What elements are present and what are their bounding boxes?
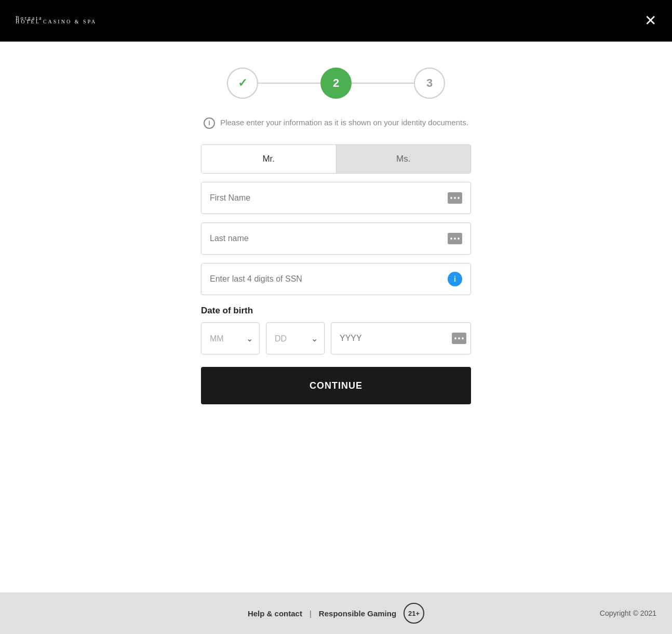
- dots-icon-2: [450, 237, 460, 240]
- dots-icon: [450, 197, 460, 199]
- step-3-circle: 3: [414, 68, 445, 99]
- footer: Help & contact | Responsible Gaming 21+ …: [0, 592, 672, 634]
- last-name-icon: [448, 233, 462, 244]
- dob-day-wrapper[interactable]: DD 01020304 05060708 09101112 13141516 1…: [266, 322, 325, 354]
- ssn-info-icon[interactable]: i: [448, 272, 462, 286]
- registration-form: Mr. Ms. i D: [201, 144, 471, 404]
- gender-mr-button[interactable]: Mr.: [201, 145, 336, 173]
- age-badge: 21+: [404, 603, 424, 624]
- logo-subtitle: HOTEL CASINO & SPA: [16, 19, 97, 24]
- dob-year-input[interactable]: [331, 323, 452, 354]
- copyright-text: Copyright © 2021: [600, 609, 656, 617]
- first-name-input[interactable]: [210, 193, 448, 203]
- info-icon: i: [204, 117, 215, 129]
- last-name-field[interactable]: [201, 222, 471, 255]
- gender-ms-button[interactable]: Ms.: [337, 145, 471, 173]
- step-line-2: [352, 83, 414, 84]
- dob-selects: MM 01020304 05060708 09101112 ⌄ DD 01020…: [201, 322, 471, 354]
- gender-toggle: Mr. Ms.: [201, 144, 471, 174]
- dob-month-wrapper[interactable]: MM 01020304 05060708 09101112 ⌄: [201, 322, 260, 354]
- ssn-field[interactable]: i: [201, 263, 471, 295]
- close-button[interactable]: ✕: [644, 14, 656, 28]
- info-message: i Please enter your information as it is…: [204, 117, 468, 129]
- step-3-label: 3: [426, 76, 433, 90]
- dob-year-wrapper[interactable]: [331, 322, 471, 354]
- header: Borgata HOTEL CASINO & SPA ✕: [0, 0, 672, 42]
- main-content: ✓ 2 3 i Please enter your information as…: [0, 42, 672, 592]
- responsible-gaming-link[interactable]: Responsible Gaming: [319, 609, 396, 618]
- footer-links: Help & contact | Responsible Gaming 21+: [248, 603, 424, 624]
- step-1-checkmark: ✓: [238, 76, 247, 90]
- year-icon: [452, 333, 466, 344]
- dob-label: Date of birth: [201, 306, 471, 316]
- footer-divider: |: [310, 609, 312, 618]
- help-contact-link[interactable]: Help & contact: [248, 609, 302, 618]
- last-name-input[interactable]: [210, 234, 448, 243]
- step-line-1: [258, 83, 320, 84]
- first-name-field[interactable]: [201, 182, 471, 214]
- dob-day-select[interactable]: DD 01020304 05060708 09101112 13141516 1…: [266, 323, 324, 354]
- info-message-text: Please enter your information as it is s…: [220, 117, 468, 129]
- ssn-input[interactable]: [210, 274, 448, 284]
- logo: Borgata HOTEL CASINO & SPA: [16, 17, 97, 24]
- steps-indicator: ✓ 2 3: [227, 68, 445, 99]
- continue-button[interactable]: CONTINUE: [201, 367, 471, 404]
- dots-icon-year: [454, 337, 464, 339]
- step-2-label: 2: [333, 76, 339, 90]
- step-1-circle: ✓: [227, 68, 258, 99]
- step-2-circle: 2: [320, 68, 352, 99]
- dob-month-select[interactable]: MM 01020304 05060708 09101112: [201, 323, 259, 354]
- first-name-icon: [448, 192, 462, 204]
